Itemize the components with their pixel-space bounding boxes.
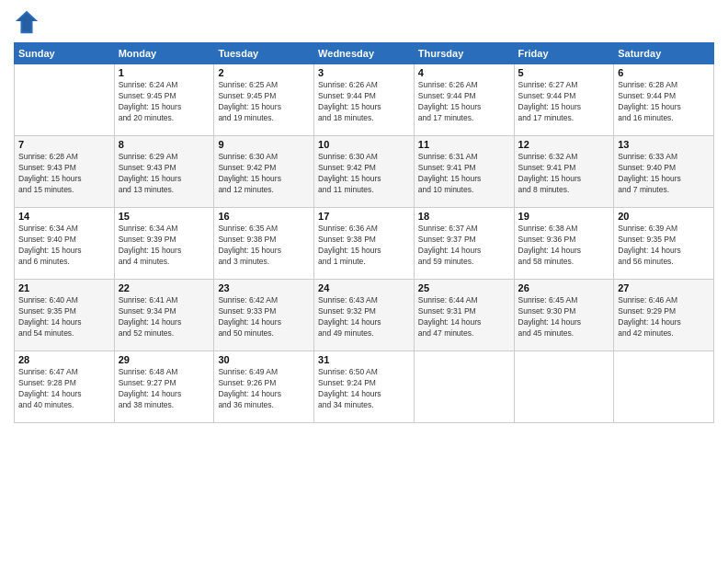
- calendar-cell: 10Sunrise: 6:30 AM Sunset: 9:42 PM Dayli…: [314, 136, 415, 208]
- day-info: Sunrise: 6:42 AM Sunset: 9:33 PM Dayligh…: [218, 295, 310, 339]
- calendar-cell: 1Sunrise: 6:24 AM Sunset: 9:45 PM Daylig…: [114, 64, 214, 136]
- calendar-cell: [614, 351, 714, 423]
- day-number: 4: [418, 67, 510, 78]
- day-number: 23: [218, 282, 310, 293]
- day-info: Sunrise: 6:24 AM Sunset: 9:45 PM Dayligh…: [119, 80, 210, 124]
- day-number: 17: [318, 211, 410, 222]
- header-day-sunday: Sunday: [15, 43, 115, 64]
- day-info: Sunrise: 6:30 AM Sunset: 9:42 PM Dayligh…: [318, 152, 410, 196]
- calendar-cell: 11Sunrise: 6:31 AM Sunset: 9:41 PM Dayli…: [414, 136, 514, 208]
- day-info: Sunrise: 6:29 AM Sunset: 9:43 PM Dayligh…: [119, 152, 210, 196]
- calendar-cell: 25Sunrise: 6:44 AM Sunset: 9:31 PM Dayli…: [414, 280, 514, 351]
- logo: [14, 9, 41, 35]
- day-info: Sunrise: 6:46 AM Sunset: 9:29 PM Dayligh…: [618, 295, 710, 339]
- day-number: 11: [418, 139, 510, 150]
- day-info: Sunrise: 6:41 AM Sunset: 9:34 PM Dayligh…: [119, 295, 210, 339]
- day-number: 20: [618, 211, 710, 222]
- day-number: 19: [518, 211, 610, 222]
- day-info: Sunrise: 6:30 AM Sunset: 9:42 PM Dayligh…: [218, 152, 310, 196]
- day-number: 15: [119, 211, 210, 222]
- calendar-cell: 24Sunrise: 6:43 AM Sunset: 9:32 PM Dayli…: [314, 280, 415, 351]
- day-number: 2: [218, 67, 310, 78]
- day-info: Sunrise: 6:43 AM Sunset: 9:32 PM Dayligh…: [318, 295, 410, 339]
- day-number: 6: [618, 67, 710, 78]
- day-number: 12: [518, 139, 610, 150]
- week-row-5: 28Sunrise: 6:47 AM Sunset: 9:28 PM Dayli…: [15, 351, 714, 423]
- day-number: 24: [318, 282, 410, 293]
- day-number: 29: [119, 354, 210, 365]
- day-info: Sunrise: 6:32 AM Sunset: 9:41 PM Dayligh…: [518, 152, 610, 196]
- calendar-cell: 30Sunrise: 6:49 AM Sunset: 9:26 PM Dayli…: [214, 351, 314, 423]
- calendar-cell: 26Sunrise: 6:45 AM Sunset: 9:30 PM Dayli…: [514, 280, 614, 351]
- day-number: 5: [518, 67, 610, 78]
- calendar-cell: 4Sunrise: 6:26 AM Sunset: 9:44 PM Daylig…: [414, 64, 514, 136]
- day-number: 16: [218, 211, 310, 222]
- day-number: 30: [218, 354, 310, 365]
- day-number: 26: [518, 282, 610, 293]
- day-info: Sunrise: 6:28 AM Sunset: 9:44 PM Dayligh…: [618, 80, 710, 124]
- header-day-monday: Monday: [114, 43, 214, 64]
- day-info: Sunrise: 6:39 AM Sunset: 9:35 PM Dayligh…: [618, 224, 710, 268]
- day-info: Sunrise: 6:34 AM Sunset: 9:40 PM Dayligh…: [18, 224, 110, 268]
- header-day-friday: Friday: [514, 43, 614, 64]
- day-info: Sunrise: 6:33 AM Sunset: 9:40 PM Dayligh…: [618, 152, 710, 196]
- day-number: 21: [18, 282, 110, 293]
- week-row-4: 21Sunrise: 6:40 AM Sunset: 9:35 PM Dayli…: [15, 280, 714, 351]
- day-number: 1: [119, 67, 210, 78]
- calendar-cell: 16Sunrise: 6:35 AM Sunset: 9:38 PM Dayli…: [214, 208, 314, 280]
- calendar-cell: 5Sunrise: 6:27 AM Sunset: 9:44 PM Daylig…: [514, 64, 614, 136]
- day-number: 22: [119, 282, 210, 293]
- day-info: Sunrise: 6:40 AM Sunset: 9:35 PM Dayligh…: [18, 295, 110, 339]
- day-info: Sunrise: 6:38 AM Sunset: 9:36 PM Dayligh…: [518, 224, 610, 268]
- day-info: Sunrise: 6:31 AM Sunset: 9:41 PM Dayligh…: [418, 152, 510, 196]
- calendar-cell: 31Sunrise: 6:50 AM Sunset: 9:24 PM Dayli…: [314, 351, 415, 423]
- header-row: SundayMondayTuesdayWednesdayThursdayFrid…: [15, 43, 714, 64]
- calendar-cell: 20Sunrise: 6:39 AM Sunset: 9:35 PM Dayli…: [614, 208, 714, 280]
- calendar-cell: 21Sunrise: 6:40 AM Sunset: 9:35 PM Dayli…: [15, 280, 115, 351]
- calendar-cell: 2Sunrise: 6:25 AM Sunset: 9:45 PM Daylig…: [214, 64, 314, 136]
- day-info: Sunrise: 6:26 AM Sunset: 9:44 PM Dayligh…: [418, 80, 510, 124]
- calendar-cell: 28Sunrise: 6:47 AM Sunset: 9:28 PM Dayli…: [15, 351, 115, 423]
- week-row-1: 1Sunrise: 6:24 AM Sunset: 9:45 PM Daylig…: [15, 64, 714, 136]
- day-info: Sunrise: 6:36 AM Sunset: 9:38 PM Dayligh…: [318, 224, 410, 268]
- header-day-thursday: Thursday: [414, 43, 514, 64]
- day-info: Sunrise: 6:45 AM Sunset: 9:30 PM Dayligh…: [518, 295, 610, 339]
- day-info: Sunrise: 6:35 AM Sunset: 9:38 PM Dayligh…: [218, 224, 310, 268]
- week-row-3: 14Sunrise: 6:34 AM Sunset: 9:40 PM Dayli…: [15, 208, 714, 280]
- header-day-saturday: Saturday: [614, 43, 714, 64]
- header-day-tuesday: Tuesday: [214, 43, 314, 64]
- day-number: 8: [119, 139, 210, 150]
- day-number: 13: [618, 139, 710, 150]
- day-info: Sunrise: 6:28 AM Sunset: 9:43 PM Dayligh…: [18, 152, 110, 196]
- day-number: 28: [18, 354, 110, 365]
- day-number: 10: [318, 139, 410, 150]
- day-info: Sunrise: 6:44 AM Sunset: 9:31 PM Dayligh…: [418, 295, 510, 339]
- day-number: 27: [618, 282, 710, 293]
- calendar-cell: 12Sunrise: 6:32 AM Sunset: 9:41 PM Dayli…: [514, 136, 614, 208]
- calendar-cell: 27Sunrise: 6:46 AM Sunset: 9:29 PM Dayli…: [614, 280, 714, 351]
- svg-marker-1: [17, 14, 37, 32]
- day-info: Sunrise: 6:34 AM Sunset: 9:39 PM Dayligh…: [119, 224, 210, 268]
- day-number: 3: [318, 67, 410, 78]
- logo-icon: [14, 9, 40, 35]
- day-info: Sunrise: 6:27 AM Sunset: 9:44 PM Dayligh…: [518, 80, 610, 124]
- calendar-cell: 22Sunrise: 6:41 AM Sunset: 9:34 PM Dayli…: [114, 280, 214, 351]
- page: SundayMondayTuesdayWednesdayThursdayFrid…: [0, 0, 728, 563]
- day-number: 25: [418, 282, 510, 293]
- day-info: Sunrise: 6:48 AM Sunset: 9:27 PM Dayligh…: [119, 367, 210, 411]
- calendar-cell: [414, 351, 514, 423]
- calendar-cell: 23Sunrise: 6:42 AM Sunset: 9:33 PM Dayli…: [214, 280, 314, 351]
- day-number: 9: [218, 139, 310, 150]
- calendar-cell: 14Sunrise: 6:34 AM Sunset: 9:40 PM Dayli…: [15, 208, 115, 280]
- calendar-cell: [514, 351, 614, 423]
- day-number: 31: [318, 354, 410, 365]
- day-info: Sunrise: 6:37 AM Sunset: 9:37 PM Dayligh…: [418, 224, 510, 268]
- calendar-cell: 13Sunrise: 6:33 AM Sunset: 9:40 PM Dayli…: [614, 136, 714, 208]
- calendar-cell: 6Sunrise: 6:28 AM Sunset: 9:44 PM Daylig…: [614, 64, 714, 136]
- calendar-cell: 9Sunrise: 6:30 AM Sunset: 9:42 PM Daylig…: [214, 136, 314, 208]
- calendar-table: SundayMondayTuesdayWednesdayThursdayFrid…: [14, 42, 714, 423]
- calendar-cell: 3Sunrise: 6:26 AM Sunset: 9:44 PM Daylig…: [314, 64, 415, 136]
- day-info: Sunrise: 6:50 AM Sunset: 9:24 PM Dayligh…: [318, 367, 410, 411]
- day-info: Sunrise: 6:49 AM Sunset: 9:26 PM Dayligh…: [218, 367, 310, 411]
- calendar-cell: 8Sunrise: 6:29 AM Sunset: 9:43 PM Daylig…: [114, 136, 214, 208]
